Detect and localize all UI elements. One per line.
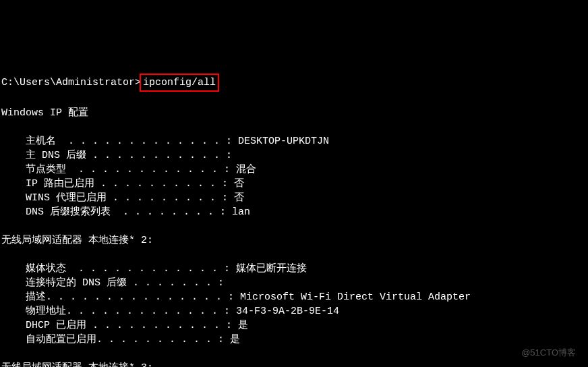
adapter1-dhcp-enabled-value: 是 xyxy=(232,320,248,331)
adapter1-description-value: Microsoft Wi-Fi Direct Virtual Adapter xyxy=(234,291,471,303)
ip-routing-value: 否 xyxy=(228,178,244,190)
node-type-value: 混合 xyxy=(230,164,256,175)
hostname-value: DESKTOP-UPKDTJN xyxy=(232,136,329,147)
adapter2-title: 无线局域网适配器 本地连接* 3: xyxy=(1,362,153,367)
dns-suffix-search-value: lan xyxy=(226,206,250,218)
adapter1-conn-dns-suffix-label: 连接特定的 DNS 后缀 . . . . . . . : xyxy=(26,277,224,289)
adapter1-title: 无线局域网适配器 本地连接* 2: xyxy=(1,235,153,246)
prompt-path: C:\Users\Administrator> xyxy=(1,77,141,88)
adapter1-autoconfig-enabled-value: 是 xyxy=(224,334,240,345)
hostname-label: 主机名 . . . . . . . . . . . . . : xyxy=(26,136,232,147)
ip-config-header: Windows IP 配置 xyxy=(1,107,88,119)
adapter1-physical-address-label: 物理地址. . . . . . . . . . . . . : xyxy=(26,306,230,317)
adapter1-description-label: 描述. . . . . . . . . . . . . . . : xyxy=(26,291,234,303)
wins-proxy-label: WINS 代理已启用 . . . . . . . . . : xyxy=(26,192,228,204)
command-highlighted: ipconfig/all xyxy=(140,74,219,92)
watermark: @51CTO博客 xyxy=(521,347,576,359)
dns-suffix-search-label: DNS 后缀搜索列表 . . . . . . . . : xyxy=(26,206,226,218)
ip-routing-label: IP 路由已启用 . . . . . . . . . . : xyxy=(26,178,228,190)
terminal-output: C:\Users\Administrator>ipconfig/all Wind… xyxy=(1,59,588,367)
wins-proxy-value: 否 xyxy=(228,192,244,204)
adapter1-media-state-label: 媒体状态 . . . . . . . . . . . . : xyxy=(26,263,230,275)
adapter1-autoconfig-enabled-label: 自动配置已启用. . . . . . . . . . : xyxy=(26,334,224,345)
adapter1-media-state-value: 媒体已断开连接 xyxy=(230,263,307,275)
primary-dns-suffix-label: 主 DNS 后缀 . . . . . . . . . . . : xyxy=(26,150,232,161)
adapter1-dhcp-enabled-label: DHCP 已启用 . . . . . . . . . . . : xyxy=(26,320,232,331)
node-type-label: 节点类型 . . . . . . . . . . . . : xyxy=(26,164,230,175)
adapter1-physical-address-value: 34-F3-9A-2B-9E-14 xyxy=(230,306,339,317)
